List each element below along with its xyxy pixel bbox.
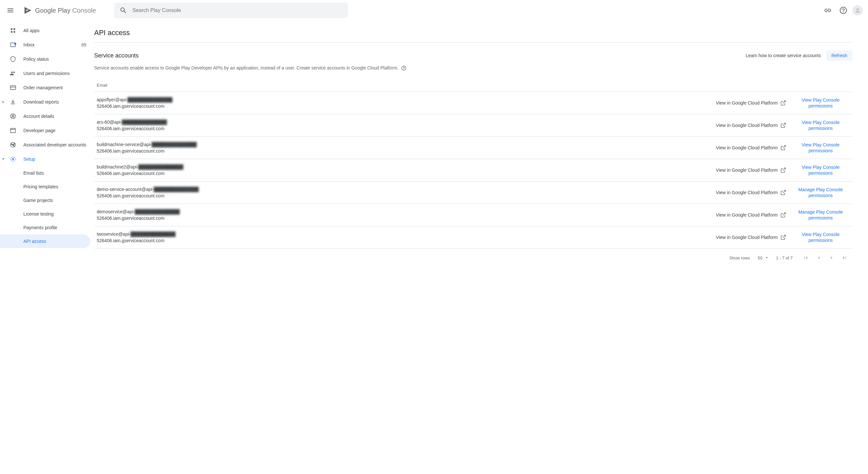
- first-page-button[interactable]: [801, 253, 811, 263]
- paginator: Show rows 50 1 - 7 of 7: [94, 249, 852, 267]
- sidebar-label: Game projects: [23, 198, 53, 203]
- last-page-button[interactable]: [839, 253, 850, 263]
- permissions-link[interactable]: View Play Console permissions: [792, 232, 850, 243]
- sidebar-sub-license[interactable]: License testing: [0, 207, 90, 221]
- open-external-icon: [780, 167, 786, 173]
- sidebar-sub-api-access[interactable]: API access: [0, 234, 90, 248]
- email-cell: demoservice@api-██████████████ 526406.ia…: [97, 208, 711, 221]
- email-cell: demo-service-account@api-██████████████ …: [97, 186, 711, 199]
- permissions-link[interactable]: View Play Console permissions: [792, 142, 850, 154]
- sidebar-label: Associated developer accounts: [23, 142, 86, 148]
- open-external-icon: [780, 212, 786, 218]
- search-box[interactable]: [114, 3, 348, 18]
- sidebar-label: Policy status: [23, 57, 86, 62]
- help-button[interactable]: [837, 4, 850, 17]
- header: Google Play Console: [0, 0, 868, 21]
- chevron-right-icon: [1, 100, 5, 104]
- sidebar-item-account[interactable]: Account details: [0, 109, 90, 123]
- learn-link[interactable]: Learn how to create service accounts: [746, 53, 821, 58]
- sidebar-item-inbox[interactable]: Inbox 89: [0, 38, 90, 52]
- open-external-icon: [780, 189, 786, 196]
- sidebar-label: Pricing templates: [23, 184, 58, 189]
- page-info: 1 - 7 of 7: [776, 256, 793, 260]
- sidebar-item-policy[interactable]: Policy status: [0, 52, 90, 66]
- view-gcp-link[interactable]: View in Google Cloud Platform: [716, 212, 786, 218]
- table-row: demoservice@api-██████████████ 526406.ia…: [94, 204, 852, 226]
- rows-per-page-select[interactable]: 50: [757, 256, 768, 260]
- inbox-icon: [9, 41, 17, 49]
- sidebar-item-all-apps[interactable]: All apps: [0, 23, 90, 38]
- sidebar-label: Order management: [23, 85, 86, 90]
- sidebar-label: License testing: [23, 211, 54, 216]
- first-page-icon: [802, 255, 809, 261]
- chevron-right-icon: [828, 255, 835, 261]
- section-title: Service accounts: [94, 52, 746, 59]
- svg-point-10: [12, 144, 13, 145]
- account-icon: [9, 112, 17, 120]
- table-row: buildmachine2@api-██████████████ 526406.…: [94, 159, 852, 181]
- permissions-link[interactable]: View Play Console permissions: [792, 164, 850, 176]
- view-gcp-link[interactable]: View in Google Cloud Platform: [716, 100, 786, 106]
- page-title: API access: [94, 29, 852, 42]
- sidebar-item-orders[interactable]: Order management: [0, 81, 90, 95]
- svg-point-1: [843, 12, 844, 12]
- sidebar-sub-game-projects[interactable]: Game projects: [0, 194, 90, 207]
- sidebar-label: Setup: [23, 156, 86, 162]
- sidebar-item-associated[interactable]: Associated developer accounts: [0, 138, 90, 152]
- view-gcp-link[interactable]: View in Google Cloud Platform: [716, 122, 786, 128]
- sidebar-sub-pricing[interactable]: Pricing templates: [0, 180, 90, 194]
- view-gcp-link[interactable]: View in Google Cloud Platform: [716, 189, 786, 196]
- svg-point-11: [11, 144, 12, 145]
- sidebar-item-downloads[interactable]: Download reports: [0, 95, 90, 109]
- person-icon: [855, 7, 861, 13]
- view-gcp-link[interactable]: View in Google Cloud Platform: [716, 167, 786, 173]
- sidebar-label: Account details: [23, 114, 86, 119]
- logo-text: Google Play Console: [35, 7, 96, 14]
- grid-icon: [9, 27, 17, 34]
- svg-point-13: [13, 145, 14, 146]
- email-cell: appsflyer@api-██████████████ 526406.iam.…: [97, 96, 711, 110]
- open-external-icon: [780, 100, 786, 106]
- sidebar-label: Payments profile: [23, 225, 57, 230]
- sidebar-sub-payments[interactable]: Payments profile: [0, 221, 90, 234]
- permissions-link[interactable]: Manage Play Console permissions: [792, 209, 850, 221]
- view-gcp-link[interactable]: View in Google Cloud Platform: [716, 145, 786, 151]
- sidebar-item-users[interactable]: Users and permissions: [0, 66, 90, 81]
- rows-value: 50: [757, 256, 762, 260]
- card-icon: [9, 84, 17, 92]
- table-row: demo-service-account@api-██████████████ …: [94, 181, 852, 204]
- email-cell: ars-60@api-██████████████ 526406.iam.gse…: [97, 119, 711, 132]
- email-cell: twoservice@api-██████████████ 526406.iam…: [97, 231, 711, 244]
- svg-point-14: [12, 158, 14, 160]
- sidebar-sub-email-lists[interactable]: Email lists: [0, 166, 90, 180]
- table-header-email: Email: [94, 79, 852, 92]
- email-cell: buildmachine2@api-██████████████ 526406.…: [97, 164, 711, 177]
- permissions-link[interactable]: View Play Console permissions: [792, 97, 850, 109]
- page-icon: [9, 127, 17, 135]
- sidebar-item-setup[interactable]: Setup: [0, 152, 90, 166]
- refresh-button[interactable]: Refresh: [826, 50, 852, 61]
- table-row: buildmachine-service@api-██████████████ …: [94, 137, 852, 159]
- link-button[interactable]: [821, 4, 834, 17]
- help-tooltip-icon[interactable]: [401, 66, 406, 71]
- sidebar: All apps Inbox 89 Policy status Users an…: [0, 21, 94, 474]
- permissions-link[interactable]: View Play Console permissions: [792, 119, 850, 131]
- table-row: appsflyer@api-██████████████ 526406.iam.…: [94, 92, 852, 114]
- permissions-link[interactable]: Manage Play Console permissions: [792, 187, 850, 198]
- sidebar-item-devpage[interactable]: Developer page: [0, 123, 90, 138]
- dropdown-icon: [765, 256, 768, 259]
- prev-page-button[interactable]: [813, 253, 824, 263]
- avatar[interactable]: [852, 5, 863, 16]
- users-icon: [9, 69, 17, 77]
- network-icon: [9, 141, 17, 149]
- menu-button[interactable]: [3, 3, 18, 18]
- next-page-button[interactable]: [827, 253, 837, 263]
- search-input[interactable]: [132, 7, 343, 13]
- show-rows-label: Show rows: [730, 256, 750, 260]
- open-external-icon: [780, 122, 786, 128]
- play-console-icon: [23, 6, 32, 15]
- shield-icon: [9, 55, 17, 63]
- logo[interactable]: Google Play Console: [21, 6, 99, 15]
- view-gcp-link[interactable]: View in Google Cloud Platform: [716, 234, 786, 240]
- sidebar-label: Users and permissions: [23, 71, 86, 76]
